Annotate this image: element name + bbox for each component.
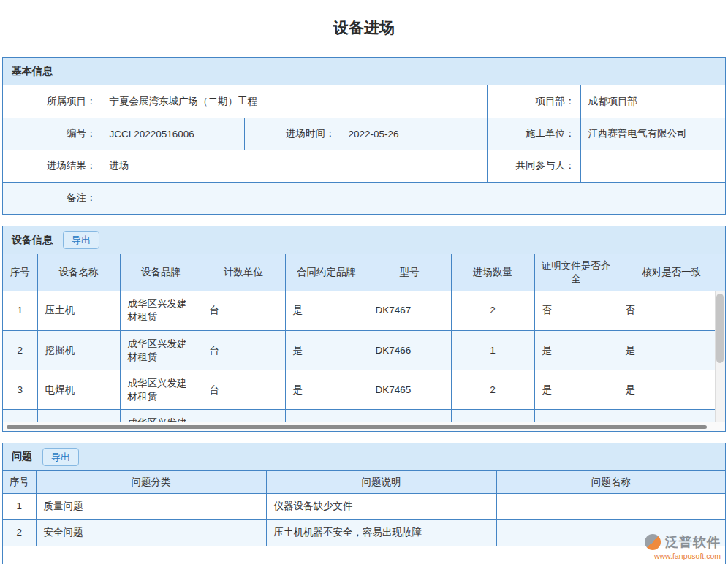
table-cell — [451, 410, 534, 422]
column-header: 设备名称 — [37, 254, 120, 291]
table-cell: 1 — [3, 291, 37, 331]
issues-panel: 问题 导出 序号问题分类问题说明问题名称 1质量问题仪器设备缺少文件2安全问题压… — [2, 443, 726, 564]
table-row[interactable]: 3电焊机成华区兴发建材租赁台是DK74652是是 — [3, 370, 725, 410]
column-header: 核对是否一致 — [618, 254, 725, 291]
page: 设备进场 基本信息 所属项目： 宁夏会展湾东城广场（二期）工程 项目部： 成都项… — [0, 0, 728, 564]
table-cell: DK7466 — [368, 331, 451, 370]
column-header: 问题名称 — [496, 471, 725, 494]
table-cell: DK7465 — [368, 370, 451, 410]
vertical-scrollbar[interactable] — [715, 291, 725, 422]
table-cell: 电焊机 — [37, 370, 120, 410]
basic-info-title: 基本信息 — [12, 65, 53, 78]
participants-value — [580, 150, 725, 182]
equipment-table: 1压土机成华区兴发建材租赁台是DK74672否否2挖掘机成华区兴发建材租赁台是D… — [3, 291, 725, 422]
basic-info-panel: 基本信息 所属项目： 宁夏会展湾东城广场（二期）工程 项目部： 成都项目部 编号… — [2, 57, 726, 215]
table-cell: 1 — [451, 331, 534, 370]
table-row[interactable]: 2安全问题压土机机器不安全，容易出现故障 — [3, 519, 725, 546]
builder-label: 施工单位： — [487, 118, 580, 150]
horizontal-scrollbar-thumb[interactable] — [7, 425, 707, 429]
table-cell: 压土机机器不安全，容易出现故障 — [266, 519, 496, 546]
column-header: 证明文件是否齐全 — [534, 254, 618, 291]
table-cell: 成华区兴发建材租赁 — [120, 410, 202, 422]
form-row-result: 进场结果： 进场 共同参与人： — [3, 150, 725, 182]
remark-label: 备注： — [3, 182, 102, 214]
basic-info-header: 基本信息 — [3, 58, 725, 85]
form-row-remark: 备注： — [3, 182, 725, 214]
table-cell: 仪器设备缺少文件 — [266, 493, 496, 519]
issues-header: 问题 导出 — [3, 443, 725, 471]
basic-info-table: 所属项目： 宁夏会展湾东城广场（二期）工程 项目部： 成都项目部 编号： JCC… — [3, 85, 725, 214]
column-header: 进场数量 — [451, 254, 534, 291]
table-cell — [496, 493, 725, 519]
issues-columns-row: 序号问题分类问题说明问题名称 — [3, 471, 725, 494]
fanpu-brand-url: www.fanpusoft.com — [645, 552, 721, 560]
result-value: 进场 — [102, 150, 487, 182]
code-label: 编号： — [3, 118, 102, 150]
project-label: 所属项目： — [3, 85, 102, 118]
table-cell: 成华区兴发建材租赁 — [120, 370, 202, 410]
table-cell — [3, 410, 37, 422]
table-row[interactable]: 1压土机成华区兴发建材租赁台是DK74672否否 — [3, 291, 725, 331]
table-row[interactable]: 2挖掘机成华区兴发建材租赁台是DK74661是是 — [3, 331, 725, 370]
code-value: JCCL20220516006 — [102, 118, 244, 150]
fanpu-logo-icon — [645, 534, 661, 550]
page-title: 设备进场 — [0, 18, 728, 38]
project-value: 宁夏会展湾东城广场（二期）工程 — [102, 85, 487, 118]
table-cell: 台 — [202, 370, 285, 410]
result-label: 进场结果： — [3, 150, 102, 182]
table-cell: 台 — [202, 291, 285, 331]
equipment-export-button[interactable]: 导出 — [63, 231, 99, 249]
issues-panel-footer — [3, 546, 725, 564]
table-cell: 是 — [618, 370, 725, 410]
equipment-columns-row: 序号设备名称设备品牌计数单位合同约定品牌型号进场数量证明文件是否齐全核对是否一致 — [3, 254, 725, 291]
table-cell: DK7467 — [368, 291, 451, 331]
table-row[interactable]: 1质量问题仪器设备缺少文件 — [3, 493, 725, 519]
table-cell: 台 — [202, 331, 285, 370]
table-cell: 1 — [3, 493, 36, 519]
column-header: 型号 — [368, 254, 451, 291]
fanpu-brand-name: 泛普软件 — [665, 533, 721, 551]
column-header: 设备品牌 — [120, 254, 202, 291]
fanpu-logo-row: 泛普软件 — [645, 533, 721, 551]
table-row[interactable]: 成华区兴发建材租赁 — [3, 410, 725, 422]
form-row-project: 所属项目： 宁夏会展湾东城广场（二期）工程 项目部： 成都项目部 — [3, 85, 725, 118]
table-cell — [285, 410, 368, 422]
table-cell — [368, 410, 451, 422]
builder-value: 江西赛普电气有限公司 — [580, 118, 725, 150]
table-cell: 是 — [534, 370, 618, 410]
vertical-scrollbar-thumb[interactable] — [716, 294, 724, 363]
equipment-panel: 设备信息 导出 序号设备名称设备品牌计数单位合同约定品牌型号进场数量证明文件是否… — [2, 226, 726, 432]
horizontal-scrollbar[interactable] — [3, 422, 725, 431]
equipment-table-header: 序号设备名称设备品牌计数单位合同约定品牌型号进场数量证明文件是否齐全核对是否一致 — [3, 254, 725, 291]
table-cell: 2 — [451, 370, 534, 410]
entry-time-label: 进场时间： — [244, 118, 341, 150]
issues-table: 序号问题分类问题说明问题名称 1质量问题仪器设备缺少文件2安全问题压土机机器不安… — [3, 471, 725, 546]
column-header: 问题分类 — [36, 471, 266, 494]
column-header: 计数单位 — [202, 254, 285, 291]
equipment-table-body: 1压土机成华区兴发建材租赁台是DK74672否否2挖掘机成华区兴发建材租赁台是D… — [3, 291, 725, 422]
table-cell: 3 — [3, 370, 37, 410]
equipment-header: 设备信息 导出 — [3, 226, 725, 254]
column-header: 问题说明 — [266, 471, 496, 494]
table-cell — [534, 410, 618, 422]
table-cell: 是 — [285, 370, 368, 410]
table-cell: 2 — [3, 519, 36, 546]
column-header: 序号 — [3, 254, 37, 291]
table-cell: 是 — [534, 331, 618, 370]
participants-label: 共同参与人： — [487, 150, 580, 182]
equipment-title: 设备信息 — [12, 234, 53, 247]
table-cell: 压土机 — [37, 291, 120, 331]
table-cell: 否 — [618, 291, 725, 331]
table-cell: 2 — [3, 331, 37, 370]
table-cell: 否 — [534, 291, 618, 331]
dept-value: 成都项目部 — [580, 85, 725, 118]
form-row-code: 编号： JCCL20220516006 进场时间： 2022-05-26 施工单… — [3, 118, 725, 150]
table-cell: 是 — [285, 291, 368, 331]
issues-export-button[interactable]: 导出 — [42, 448, 79, 466]
fanpu-logo: 泛普软件 www.fanpusoft.com — [645, 533, 721, 560]
column-header: 合同约定品牌 — [285, 254, 368, 291]
column-header: 序号 — [3, 471, 36, 494]
table-cell: 成华区兴发建材租赁 — [120, 291, 202, 331]
table-cell — [37, 410, 120, 422]
entry-time-value: 2022-05-26 — [341, 118, 487, 150]
